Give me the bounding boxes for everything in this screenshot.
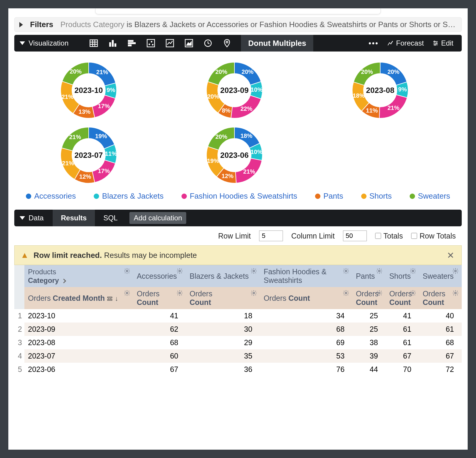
- measure-header[interactable]: Orders Count: [133, 287, 186, 309]
- tab-sql[interactable]: SQL: [95, 210, 126, 226]
- row-limit-input[interactable]: [259, 230, 283, 241]
- map-vis-icon[interactable]: [223, 39, 231, 47]
- area-vis-icon[interactable]: [184, 39, 193, 47]
- legend-item-blazers[interactable]: Blazers & Jackets: [94, 191, 164, 201]
- cat-header[interactable]: Shorts: [386, 265, 419, 287]
- donut-chart[interactable]: 19%11%17%12%21%21% 2023-07: [59, 125, 118, 185]
- row-month[interactable]: 2023-10: [24, 309, 133, 323]
- cell-value[interactable]: 41: [133, 309, 186, 323]
- cell-value[interactable]: 18: [186, 309, 260, 323]
- measure-header[interactable]: Orders Count: [386, 287, 419, 309]
- line-vis-icon[interactable]: [165, 39, 174, 47]
- cell-value[interactable]: 70: [386, 363, 419, 376]
- cell-value[interactable]: 61: [419, 323, 462, 336]
- legend-item-sweaters[interactable]: Sweaters: [410, 191, 450, 201]
- donut-chart[interactable]: 20%10%22%8%20%20% 2023-09: [205, 60, 264, 120]
- edit-button[interactable]: Edit: [432, 39, 453, 47]
- gear-icon[interactable]: [452, 289, 459, 298]
- gear-icon[interactable]: [376, 267, 383, 276]
- gear-icon[interactable]: [250, 267, 257, 276]
- cat-header[interactable]: Blazers & Jackets: [186, 265, 260, 287]
- cell-value[interactable]: 44: [352, 363, 386, 376]
- row-dim-header[interactable]: Orders Created Month ↓: [24, 287, 133, 309]
- cat-header[interactable]: Fashion Hoodies & Sweatshirts: [260, 265, 352, 287]
- gear-icon[interactable]: [343, 267, 349, 276]
- more-vis-icon[interactable]: •••: [369, 39, 379, 47]
- cell-value[interactable]: 41: [386, 309, 419, 323]
- donut-chart[interactable]: 20%9%21%11%18%20% 2023-08: [350, 60, 410, 120]
- cell-value[interactable]: 53: [260, 349, 352, 363]
- cell-value[interactable]: 62: [133, 323, 186, 336]
- cell-value[interactable]: 68: [133, 336, 186, 349]
- caret-down-icon[interactable]: [20, 41, 25, 45]
- gear-icon[interactable]: [176, 289, 183, 298]
- cell-value[interactable]: 29: [186, 336, 260, 349]
- timeline-vis-icon[interactable]: [203, 39, 212, 47]
- cat-header[interactable]: Accessories: [133, 265, 186, 287]
- legend-item-hoodies[interactable]: Fashion Hoodies & Sweatshirts: [181, 191, 297, 201]
- legend-item-shorts[interactable]: Shorts: [361, 191, 392, 201]
- cell-value[interactable]: 35: [186, 349, 260, 363]
- add-calculation-button[interactable]: Add calculation: [129, 212, 186, 224]
- column-vis-icon[interactable]: [108, 39, 117, 47]
- totals-checkbox[interactable]: Totals: [375, 232, 403, 240]
- measure-header[interactable]: Orders Count: [352, 287, 386, 309]
- donut-chart[interactable]: 18%10%21%12%19%20% 2023-06: [205, 125, 264, 185]
- gear-icon[interactable]: [343, 289, 349, 298]
- scatter-vis-icon[interactable]: [146, 39, 155, 47]
- row-month[interactable]: 2023-06: [24, 363, 133, 376]
- row-totals-checkbox[interactable]: Row Totals: [411, 232, 456, 240]
- row-month[interactable]: 2023-09: [24, 323, 133, 336]
- cell-value[interactable]: 25: [352, 309, 386, 323]
- gear-icon[interactable]: [376, 289, 383, 298]
- legend-item-pants[interactable]: Pants: [315, 191, 343, 201]
- cell-value[interactable]: 68: [260, 323, 352, 336]
- filters-bar[interactable]: Filters Products Category is Blazers & J…: [14, 17, 462, 32]
- column-limit-input[interactable]: [343, 230, 367, 241]
- gear-icon[interactable]: [176, 267, 183, 276]
- gear-icon[interactable]: [410, 267, 416, 276]
- cell-value[interactable]: 76: [260, 363, 352, 376]
- cell-value[interactable]: 67: [419, 349, 462, 363]
- cell-value[interactable]: 72: [419, 363, 462, 376]
- cell-value[interactable]: 67: [386, 349, 419, 363]
- cell-value[interactable]: 61: [386, 323, 419, 336]
- visualization-label[interactable]: Visualization: [29, 39, 68, 47]
- legend-item-accessories[interactable]: Accessories: [26, 191, 76, 201]
- gear-icon[interactable]: [124, 289, 130, 298]
- tab-results[interactable]: Results: [53, 210, 95, 226]
- forecast-button[interactable]: Forecast: [387, 39, 424, 47]
- close-icon[interactable]: ✕: [447, 250, 454, 261]
- cell-value[interactable]: 69: [260, 336, 352, 349]
- cell-value[interactable]: 38: [352, 336, 386, 349]
- table-vis-icon[interactable]: [89, 39, 98, 47]
- gear-icon[interactable]: [250, 289, 257, 298]
- data-label[interactable]: Data: [29, 214, 44, 222]
- cell-value[interactable]: 40: [419, 309, 462, 323]
- gear-icon[interactable]: [124, 267, 130, 276]
- donut-chart[interactable]: 21%9%17%13%21%20% 2023-10: [59, 60, 118, 120]
- data-bar: Data Results SQL Add calculation: [14, 210, 462, 226]
- cat-header[interactable]: Pants: [352, 265, 386, 287]
- cell-value[interactable]: 30: [186, 323, 260, 336]
- cell-value[interactable]: 25: [352, 323, 386, 336]
- gear-icon[interactable]: [410, 289, 416, 298]
- cell-value[interactable]: 61: [386, 336, 419, 349]
- bar-vis-icon[interactable]: [127, 39, 136, 47]
- cell-value[interactable]: 36: [186, 363, 260, 376]
- measure-header[interactable]: Orders Count: [186, 287, 260, 309]
- cell-value[interactable]: 34: [260, 309, 352, 323]
- measure-header[interactable]: Orders Count: [260, 287, 352, 309]
- caret-down-icon[interactable]: [20, 216, 25, 220]
- cell-value[interactable]: 67: [133, 363, 186, 376]
- measure-header[interactable]: Orders Count: [419, 287, 462, 309]
- pivot-dim-header[interactable]: ProductsCategory: [24, 265, 133, 287]
- cell-value[interactable]: 39: [352, 349, 386, 363]
- cell-value[interactable]: 68: [419, 336, 462, 349]
- cat-header[interactable]: Sweaters: [419, 265, 462, 287]
- row-month[interactable]: 2023-07: [24, 349, 133, 363]
- row-month[interactable]: 2023-08: [24, 336, 133, 349]
- gear-icon[interactable]: [452, 267, 459, 276]
- cell-value[interactable]: 60: [133, 349, 186, 363]
- selected-visualization[interactable]: Donut Multiples: [241, 35, 313, 52]
